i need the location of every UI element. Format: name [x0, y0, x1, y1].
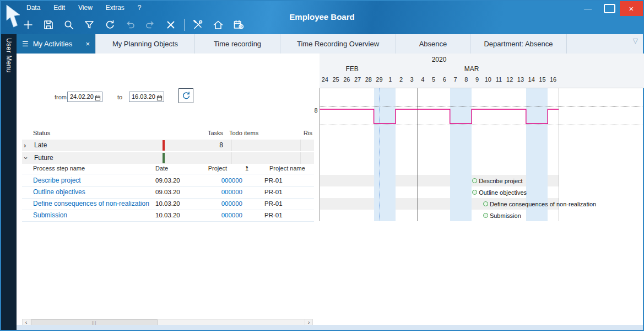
activity-table-header: Status Tasks Todo items Ris — [22, 130, 314, 138]
chevron-down-icon[interactable]: › — [22, 157, 30, 159]
footer-strip — [17, 325, 643, 330]
gantt-milestone[interactable]: Describe project — [472, 178, 522, 184]
titlebar: Data Edit View Extras ? Employee Board —… — [1, 1, 643, 34]
col-project-name[interactable]: Project name — [269, 165, 305, 172]
milestone-label: Define consequences of non-realization — [490, 201, 596, 207]
user-menu-strip[interactable]: User Menu — [1, 34, 17, 330]
tab-time-recording-overview[interactable]: Time Recording Overview — [280, 34, 396, 54]
save-icon[interactable] — [41, 18, 56, 32]
minimize-button[interactable]: — — [577, 1, 599, 15]
col-risks: Ris — [304, 130, 312, 136]
menu-data[interactable]: Data — [26, 4, 40, 12]
status-bar-late — [163, 140, 165, 151]
tab-overflow-icon[interactable]: ▽ — [633, 37, 638, 45]
milestone-label: Describe project — [479, 178, 522, 184]
col-date[interactable]: Date — [155, 165, 168, 172]
refresh-activities-button[interactable] — [178, 88, 193, 103]
refresh-icon[interactable] — [102, 18, 117, 32]
toolbar — [21, 17, 246, 33]
status-bar-future — [163, 153, 165, 163]
table-row[interactable]: Define consequences of non-realization 1… — [22, 198, 314, 210]
calendar-icon[interactable] — [95, 93, 101, 99]
milestone-icon — [472, 178, 477, 183]
col-project[interactable]: Project — [193, 165, 227, 172]
menu-edit[interactable]: Edit — [53, 4, 65, 12]
project-link[interactable]: 000000 — [216, 177, 242, 184]
gantt-day: 9 — [472, 75, 483, 84]
group-row-future[interactable]: › Future — [22, 152, 314, 164]
tab-my-planning-objects[interactable]: My Planning Objects — [96, 34, 195, 54]
gantt-day: 14 — [526, 75, 537, 84]
process-step-link[interactable]: Define consequences of non-realization — [33, 200, 149, 207]
tab-close-icon[interactable]: × — [85, 40, 90, 48]
menu-help[interactable]: ? — [138, 4, 142, 12]
app-logo-icon — [6, 4, 21, 29]
menubar: Data Edit View Extras ? — [26, 4, 142, 12]
add-icon[interactable] — [21, 18, 35, 32]
project-link[interactable]: 000000 — [216, 212, 242, 218]
process-step-header: Process step name Date Project 1▲ Projec… — [22, 165, 314, 174]
gantt-day: 1 — [385, 75, 396, 84]
table-row[interactable]: Submission 10.03.20 000000 PR-01 — [22, 210, 314, 222]
gantt-day: 29 — [374, 75, 385, 84]
search-icon[interactable] — [62, 18, 76, 32]
process-step-link[interactable]: Describe project — [33, 177, 81, 184]
process-step-link[interactable]: Submission — [33, 211, 67, 219]
from-date-wrap — [67, 91, 102, 102]
cell-project-name: PR-01 — [264, 212, 283, 218]
tab-my-activities[interactable]: ☰ My Activities × — [17, 34, 96, 54]
maximize-button[interactable] — [599, 1, 620, 15]
milestone-label: Outline objectives — [479, 189, 527, 196]
gantt-day: 2 — [396, 75, 407, 84]
col-todo-items: Todo items — [229, 130, 258, 136]
table-row[interactable]: Describe project 09.03.20 000000 PR-01 — [22, 175, 314, 187]
cell-date: 10.03.20 — [155, 200, 180, 207]
col-process-step-name[interactable]: Process step name — [33, 165, 85, 172]
gantt-month: FEB — [320, 65, 385, 73]
process-step-link[interactable]: Outline objectives — [33, 188, 85, 196]
gantt-day: 3 — [407, 75, 418, 84]
to-date-wrap — [129, 91, 164, 102]
toolbar-separator — [184, 19, 185, 31]
project-link[interactable]: 000000 — [216, 200, 242, 207]
home-icon[interactable] — [211, 18, 225, 32]
from-label: from — [55, 94, 67, 100]
menu-extras[interactable]: Extras — [106, 4, 125, 12]
redo-icon[interactable] — [143, 18, 158, 32]
chevron-right-icon[interactable]: › — [24, 141, 26, 150]
tab-department-absence[interactable]: Department: Absence — [470, 34, 567, 54]
gantt-day: 12 — [504, 75, 515, 84]
gantt-day: 5 — [428, 75, 439, 84]
filter-icon[interactable] — [82, 18, 96, 32]
group-row-late[interactable]: › Late 8 — [22, 140, 314, 152]
undo-icon[interactable] — [123, 18, 137, 32]
group-label: Future — [34, 154, 53, 162]
tab-label: My Activities — [33, 40, 73, 48]
tab-time-recording[interactable]: Time recording — [195, 34, 280, 54]
delete-icon[interactable] — [164, 18, 178, 32]
column-divider — [231, 152, 232, 164]
table-row[interactable]: Outline objectives 09.03.20 000000 PR-01 — [22, 186, 314, 199]
gantt-day: 26 — [341, 75, 352, 84]
gantt-day: 27 — [352, 75, 363, 84]
maximize-icon — [604, 4, 615, 13]
gantt-milestone[interactable]: Outline objectives — [472, 189, 527, 195]
gantt-milestone[interactable]: Submission — [483, 212, 521, 218]
close-button[interactable]: × — [620, 1, 643, 16]
col-tasks: Tasks — [187, 130, 223, 136]
to-label: to — [117, 94, 122, 100]
menu-view[interactable]: View — [78, 4, 93, 12]
tab-absence[interactable]: Absence — [396, 34, 470, 54]
calendar-icon[interactable] — [156, 93, 163, 99]
column-divider — [300, 140, 301, 151]
window-controls: — × — [577, 1, 643, 16]
hamburger-icon[interactable]: ☰ — [22, 40, 29, 48]
gantt-day: 8 — [461, 75, 472, 84]
project-link[interactable]: 000000 — [216, 189, 242, 195]
cell-project-name: PR-01 — [264, 177, 283, 184]
gantt-timeline-header: 2020 FEBMAR24252627282912345678910111213… — [320, 54, 644, 88]
gantt-month: MAR — [385, 65, 559, 73]
tools-icon[interactable] — [191, 18, 205, 32]
planning-board-icon[interactable] — [231, 18, 246, 32]
gantt-milestone[interactable]: Define consequences of non-realization — [483, 201, 596, 207]
